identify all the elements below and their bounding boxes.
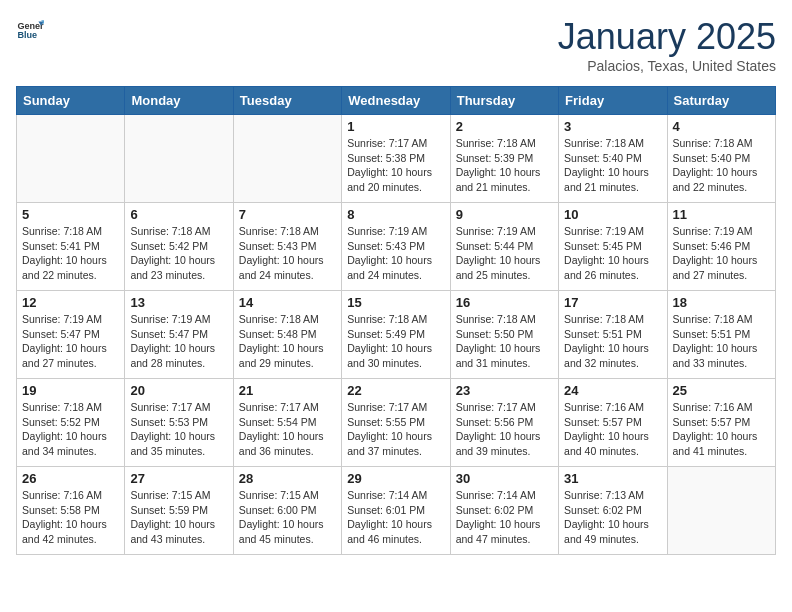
calendar-cell: 20Sunrise: 7:17 AMSunset: 5:53 PMDayligh… bbox=[125, 379, 233, 467]
day-info: Sunrise: 7:19 AMSunset: 5:46 PMDaylight:… bbox=[673, 224, 770, 283]
calendar-cell: 25Sunrise: 7:16 AMSunset: 5:57 PMDayligh… bbox=[667, 379, 775, 467]
calendar-cell: 26Sunrise: 7:16 AMSunset: 5:58 PMDayligh… bbox=[17, 467, 125, 555]
calendar-cell: 3Sunrise: 7:18 AMSunset: 5:40 PMDaylight… bbox=[559, 115, 667, 203]
day-number: 24 bbox=[564, 383, 661, 398]
day-info: Sunrise: 7:17 AMSunset: 5:56 PMDaylight:… bbox=[456, 400, 553, 459]
calendar-cell: 9Sunrise: 7:19 AMSunset: 5:44 PMDaylight… bbox=[450, 203, 558, 291]
day-number: 21 bbox=[239, 383, 336, 398]
day-number: 25 bbox=[673, 383, 770, 398]
day-info: Sunrise: 7:18 AMSunset: 5:40 PMDaylight:… bbox=[673, 136, 770, 195]
day-number: 5 bbox=[22, 207, 119, 222]
calendar-cell: 31Sunrise: 7:13 AMSunset: 6:02 PMDayligh… bbox=[559, 467, 667, 555]
day-info: Sunrise: 7:19 AMSunset: 5:44 PMDaylight:… bbox=[456, 224, 553, 283]
day-info: Sunrise: 7:18 AMSunset: 5:48 PMDaylight:… bbox=[239, 312, 336, 371]
day-number: 8 bbox=[347, 207, 444, 222]
day-number: 30 bbox=[456, 471, 553, 486]
calendar-cell: 30Sunrise: 7:14 AMSunset: 6:02 PMDayligh… bbox=[450, 467, 558, 555]
header-friday: Friday bbox=[559, 87, 667, 115]
calendar-cell bbox=[125, 115, 233, 203]
day-info: Sunrise: 7:17 AMSunset: 5:55 PMDaylight:… bbox=[347, 400, 444, 459]
week-row-5: 26Sunrise: 7:16 AMSunset: 5:58 PMDayligh… bbox=[17, 467, 776, 555]
day-info: Sunrise: 7:16 AMSunset: 5:58 PMDaylight:… bbox=[22, 488, 119, 547]
calendar-cell: 27Sunrise: 7:15 AMSunset: 5:59 PMDayligh… bbox=[125, 467, 233, 555]
week-row-2: 5Sunrise: 7:18 AMSunset: 5:41 PMDaylight… bbox=[17, 203, 776, 291]
day-number: 1 bbox=[347, 119, 444, 134]
day-info: Sunrise: 7:18 AMSunset: 5:42 PMDaylight:… bbox=[130, 224, 227, 283]
calendar-cell: 8Sunrise: 7:19 AMSunset: 5:43 PMDaylight… bbox=[342, 203, 450, 291]
day-info: Sunrise: 7:14 AMSunset: 6:02 PMDaylight:… bbox=[456, 488, 553, 547]
day-number: 27 bbox=[130, 471, 227, 486]
day-number: 22 bbox=[347, 383, 444, 398]
day-info: Sunrise: 7:18 AMSunset: 5:41 PMDaylight:… bbox=[22, 224, 119, 283]
calendar-cell: 13Sunrise: 7:19 AMSunset: 5:47 PMDayligh… bbox=[125, 291, 233, 379]
day-number: 17 bbox=[564, 295, 661, 310]
day-number: 31 bbox=[564, 471, 661, 486]
logo-icon: General Blue bbox=[16, 16, 44, 44]
day-info: Sunrise: 7:18 AMSunset: 5:40 PMDaylight:… bbox=[564, 136, 661, 195]
calendar-cell bbox=[667, 467, 775, 555]
calendar-cell: 12Sunrise: 7:19 AMSunset: 5:47 PMDayligh… bbox=[17, 291, 125, 379]
calendar-cell: 6Sunrise: 7:18 AMSunset: 5:42 PMDaylight… bbox=[125, 203, 233, 291]
day-info: Sunrise: 7:18 AMSunset: 5:52 PMDaylight:… bbox=[22, 400, 119, 459]
day-number: 16 bbox=[456, 295, 553, 310]
day-info: Sunrise: 7:18 AMSunset: 5:50 PMDaylight:… bbox=[456, 312, 553, 371]
calendar-table: Sunday Monday Tuesday Wednesday Thursday… bbox=[16, 86, 776, 555]
day-number: 18 bbox=[673, 295, 770, 310]
day-number: 2 bbox=[456, 119, 553, 134]
calendar-cell: 7Sunrise: 7:18 AMSunset: 5:43 PMDaylight… bbox=[233, 203, 341, 291]
week-row-3: 12Sunrise: 7:19 AMSunset: 5:47 PMDayligh… bbox=[17, 291, 776, 379]
logo: General Blue bbox=[16, 16, 44, 44]
calendar-cell: 23Sunrise: 7:17 AMSunset: 5:56 PMDayligh… bbox=[450, 379, 558, 467]
day-number: 29 bbox=[347, 471, 444, 486]
header-sunday: Sunday bbox=[17, 87, 125, 115]
calendar-cell: 15Sunrise: 7:18 AMSunset: 5:49 PMDayligh… bbox=[342, 291, 450, 379]
calendar-cell: 11Sunrise: 7:19 AMSunset: 5:46 PMDayligh… bbox=[667, 203, 775, 291]
day-number: 4 bbox=[673, 119, 770, 134]
day-info: Sunrise: 7:18 AMSunset: 5:51 PMDaylight:… bbox=[564, 312, 661, 371]
day-info: Sunrise: 7:19 AMSunset: 5:45 PMDaylight:… bbox=[564, 224, 661, 283]
day-number: 28 bbox=[239, 471, 336, 486]
day-number: 13 bbox=[130, 295, 227, 310]
day-number: 20 bbox=[130, 383, 227, 398]
day-number: 15 bbox=[347, 295, 444, 310]
day-info: Sunrise: 7:17 AMSunset: 5:38 PMDaylight:… bbox=[347, 136, 444, 195]
calendar-cell: 10Sunrise: 7:19 AMSunset: 5:45 PMDayligh… bbox=[559, 203, 667, 291]
day-number: 26 bbox=[22, 471, 119, 486]
day-info: Sunrise: 7:16 AMSunset: 5:57 PMDaylight:… bbox=[673, 400, 770, 459]
day-info: Sunrise: 7:18 AMSunset: 5:39 PMDaylight:… bbox=[456, 136, 553, 195]
calendar-cell bbox=[17, 115, 125, 203]
day-number: 23 bbox=[456, 383, 553, 398]
day-number: 9 bbox=[456, 207, 553, 222]
calendar-cell: 14Sunrise: 7:18 AMSunset: 5:48 PMDayligh… bbox=[233, 291, 341, 379]
day-info: Sunrise: 7:13 AMSunset: 6:02 PMDaylight:… bbox=[564, 488, 661, 547]
day-info: Sunrise: 7:17 AMSunset: 5:54 PMDaylight:… bbox=[239, 400, 336, 459]
header-monday: Monday bbox=[125, 87, 233, 115]
calendar-cell: 24Sunrise: 7:16 AMSunset: 5:57 PMDayligh… bbox=[559, 379, 667, 467]
day-info: Sunrise: 7:18 AMSunset: 5:49 PMDaylight:… bbox=[347, 312, 444, 371]
week-row-1: 1Sunrise: 7:17 AMSunset: 5:38 PMDaylight… bbox=[17, 115, 776, 203]
calendar-cell: 17Sunrise: 7:18 AMSunset: 5:51 PMDayligh… bbox=[559, 291, 667, 379]
calendar-cell: 18Sunrise: 7:18 AMSunset: 5:51 PMDayligh… bbox=[667, 291, 775, 379]
calendar-cell: 21Sunrise: 7:17 AMSunset: 5:54 PMDayligh… bbox=[233, 379, 341, 467]
calendar-cell: 19Sunrise: 7:18 AMSunset: 5:52 PMDayligh… bbox=[17, 379, 125, 467]
calendar-cell: 5Sunrise: 7:18 AMSunset: 5:41 PMDaylight… bbox=[17, 203, 125, 291]
day-info: Sunrise: 7:18 AMSunset: 5:43 PMDaylight:… bbox=[239, 224, 336, 283]
day-info: Sunrise: 7:17 AMSunset: 5:53 PMDaylight:… bbox=[130, 400, 227, 459]
day-number: 12 bbox=[22, 295, 119, 310]
calendar-cell: 22Sunrise: 7:17 AMSunset: 5:55 PMDayligh… bbox=[342, 379, 450, 467]
day-info: Sunrise: 7:19 AMSunset: 5:47 PMDaylight:… bbox=[22, 312, 119, 371]
calendar-subtitle: Palacios, Texas, United States bbox=[558, 58, 776, 74]
title-section: January 2025 Palacios, Texas, United Sta… bbox=[558, 16, 776, 74]
day-info: Sunrise: 7:14 AMSunset: 6:01 PMDaylight:… bbox=[347, 488, 444, 547]
header-thursday: Thursday bbox=[450, 87, 558, 115]
calendar-cell: 4Sunrise: 7:18 AMSunset: 5:40 PMDaylight… bbox=[667, 115, 775, 203]
calendar-cell: 1Sunrise: 7:17 AMSunset: 5:38 PMDaylight… bbox=[342, 115, 450, 203]
day-info: Sunrise: 7:15 AMSunset: 6:00 PMDaylight:… bbox=[239, 488, 336, 547]
day-number: 19 bbox=[22, 383, 119, 398]
day-number: 7 bbox=[239, 207, 336, 222]
day-info: Sunrise: 7:16 AMSunset: 5:57 PMDaylight:… bbox=[564, 400, 661, 459]
svg-text:Blue: Blue bbox=[17, 30, 37, 40]
day-number: 6 bbox=[130, 207, 227, 222]
page-header: General Blue January 2025 Palacios, Texa… bbox=[16, 16, 776, 74]
day-info: Sunrise: 7:15 AMSunset: 5:59 PMDaylight:… bbox=[130, 488, 227, 547]
